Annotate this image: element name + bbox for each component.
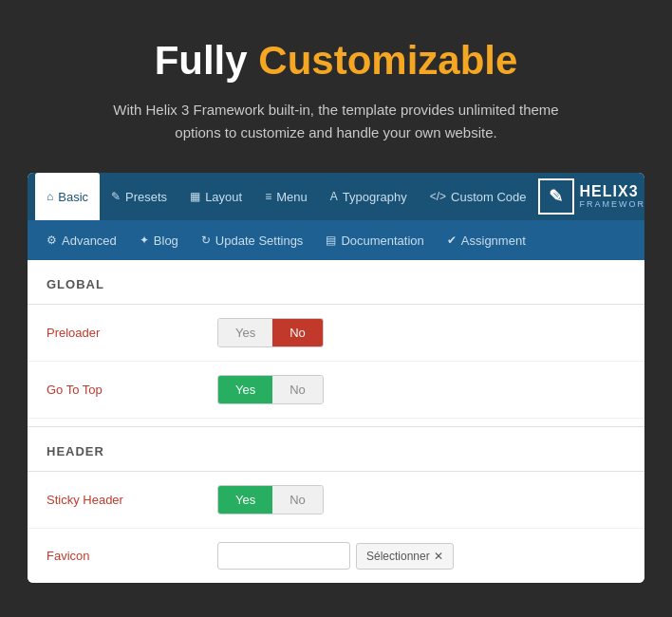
tab-advanced-label: Advanced <box>62 234 117 248</box>
tab-presets[interactable]: ✎ Presets <box>100 173 178 220</box>
helix-sub: FRAMEWORK <box>580 200 644 210</box>
tab-documentation[interactable]: ▤ Documentation <box>314 220 435 260</box>
menu-icon: ≡ <box>265 190 271 203</box>
preloader-yes-button[interactable]: Yes <box>218 319 272 346</box>
preloader-label: Preloader <box>47 326 217 340</box>
assignment-icon: ✔ <box>447 234 457 247</box>
tab-assignment[interactable]: ✔ Assignment <box>436 220 537 260</box>
sticky-header-label: Sticky Header <box>47 493 217 507</box>
favicon-label: Favicon <box>47 549 217 563</box>
tabs-bar-bottom: ⚙ Advanced ✦ Blog ↻ Update Settings ▤ Do… <box>28 220 644 260</box>
favicon-input[interactable] <box>217 542 350 570</box>
favicon-row: Favicon Sélectionner ✕ <box>28 529 644 583</box>
typography-icon: A <box>330 190 338 203</box>
favicon-btn-label: Sélectionner <box>366 550 430 563</box>
preloader-toggle: Yes No <box>217 318 324 347</box>
panel: ⌂ Basic ✎ Presets ▦ Layout ≡ Menu A Typo… <box>28 173 644 583</box>
tabs-bar-top: ⌂ Basic ✎ Presets ▦ Layout ≡ Menu A Typo… <box>28 173 644 220</box>
go-to-top-label: Go To Top <box>47 383 217 397</box>
tab-menu[interactable]: ≡ Menu <box>253 173 319 220</box>
tab-menu-label: Menu <box>276 190 308 204</box>
go-to-top-yes-button[interactable]: Yes <box>218 376 272 403</box>
home-icon: ⌂ <box>47 190 53 203</box>
layout-icon: ▦ <box>190 190 200 203</box>
tab-blog-label: Blog <box>154 234 178 248</box>
tab-layout-label: Layout <box>205 190 242 204</box>
tab-update-settings[interactable]: ↻ Update Settings <box>190 220 315 260</box>
hero-section: Fully Customizable With Helix 3 Framewor… <box>80 0 592 173</box>
sticky-header-no-button[interactable]: No <box>272 486 323 514</box>
panel-content: GLOBAL Preloader Yes No Go To Top Yes No… <box>28 260 644 583</box>
sticky-header-yes-button[interactable]: Yes <box>218 486 272 514</box>
tab-typography-label: Typography <box>343 190 407 204</box>
hero-title: Fully Customizable <box>99 38 573 84</box>
favicon-arrow-icon: ✕ <box>434 550 443 563</box>
helix-logo-box: ✎ <box>538 178 574 215</box>
hero-subtitle: With Helix 3 Framework built-in, the tem… <box>99 99 573 144</box>
gear-icon: ⚙ <box>47 234 57 247</box>
update-icon: ↻ <box>201 234 211 247</box>
tab-documentation-label: Documentation <box>341 234 423 248</box>
go-to-top-row: Go To Top Yes No <box>28 362 644 419</box>
sticky-header-row: Sticky Header Yes No <box>28 472 644 529</box>
header-section-header: HEADER <box>28 426 644 472</box>
tab-typography[interactable]: A Typography <box>319 173 419 220</box>
helix-logo-char: ✎ <box>549 186 563 207</box>
tab-layout[interactable]: ▦ Layout <box>178 173 253 220</box>
global-section-title: GLOBAL <box>47 277 104 291</box>
tab-update-settings-label: Update Settings <box>215 234 304 248</box>
blog-icon: ✦ <box>140 234 149 247</box>
doc-icon: ▤ <box>326 234 336 247</box>
preloader-no-button[interactable]: No <box>272 319 323 346</box>
hero-title-orange: Customizable <box>258 38 517 83</box>
helix-name: HELIX3 <box>580 183 644 200</box>
global-section-header: GLOBAL <box>28 260 644 305</box>
tab-presets-label: Presets <box>125 190 167 204</box>
tab-assignment-label: Assignment <box>461 234 526 248</box>
helix-logo: ✎ HELIX3 FRAMEWORK <box>538 178 644 215</box>
tab-custom-code[interactable]: </> Custom Code <box>419 173 538 220</box>
tab-basic[interactable]: ⌂ Basic <box>35 173 100 220</box>
header-section-title: HEADER <box>47 444 104 458</box>
tab-custom-code-label: Custom Code <box>451 190 526 204</box>
code-icon: </> <box>430 190 446 203</box>
go-to-top-no-button[interactable]: No <box>272 376 323 403</box>
preloader-row: Preloader Yes No <box>28 305 644 362</box>
helix-text: HELIX3 FRAMEWORK <box>580 183 644 209</box>
hero-title-white: Fully <box>155 38 248 83</box>
tab-basic-label: Basic <box>58 190 88 204</box>
tab-blog[interactable]: ✦ Blog <box>128 220 190 260</box>
favicon-select-button[interactable]: Sélectionner ✕ <box>356 543 454 570</box>
go-to-top-toggle: Yes No <box>217 375 324 404</box>
sticky-header-toggle: Yes No <box>217 485 324 514</box>
presets-icon: ✎ <box>111 190 121 203</box>
tab-advanced[interactable]: ⚙ Advanced <box>35 220 128 260</box>
